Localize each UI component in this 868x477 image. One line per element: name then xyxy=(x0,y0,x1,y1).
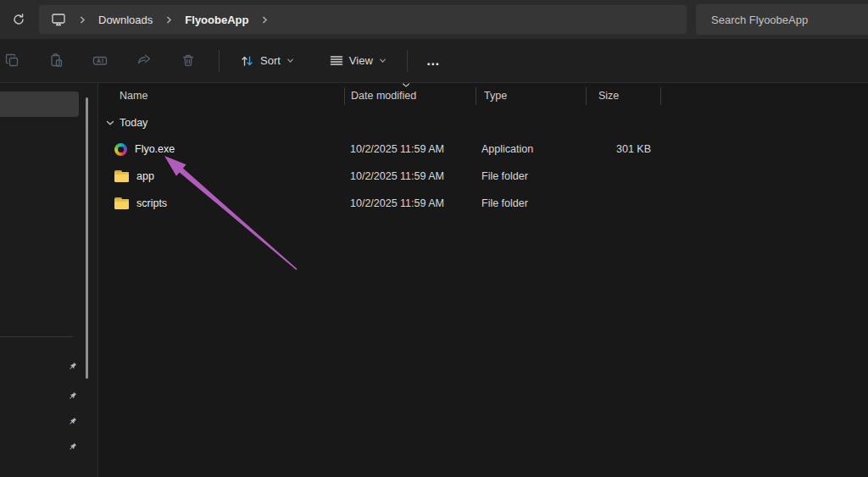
breadcrumb-item-downloads[interactable]: Downloads xyxy=(93,11,158,29)
file-row-app[interactable]: app 10/2/2025 11:59 AM File folder xyxy=(98,163,675,190)
copy-icon xyxy=(5,53,19,68)
view-label: View xyxy=(349,54,373,67)
chevron-right-icon xyxy=(73,16,92,24)
share-icon xyxy=(136,53,152,68)
file-size: 301 KB xyxy=(487,136,651,163)
delete-icon xyxy=(181,53,195,68)
sidebar-divider xyxy=(0,336,73,337)
file-name: app xyxy=(136,170,154,182)
file-date-modified: 10/2/2025 11:59 AM xyxy=(350,163,444,190)
sidebar-pinned-item[interactable] xyxy=(61,357,83,377)
chevron-down-icon xyxy=(287,57,294,64)
file-size xyxy=(487,163,651,190)
column-separator[interactable] xyxy=(586,87,587,105)
chevron-down-icon xyxy=(379,57,387,64)
navigation-bar: Downloads FlyoobeApp Search FlyoobeApp xyxy=(0,0,868,39)
sort-dropdown[interactable]: Sort xyxy=(231,47,303,75)
breadcrumb-item-flyoobeapp[interactable]: FlyoobeApp xyxy=(180,11,253,29)
folder-icon xyxy=(114,197,129,209)
refresh-button[interactable] xyxy=(3,5,34,34)
refresh-icon xyxy=(12,13,25,26)
column-header-type[interactable]: Type xyxy=(484,83,507,108)
paste-button[interactable] xyxy=(39,46,73,76)
folder-icon xyxy=(114,170,129,182)
sidebar-selected-item[interactable] xyxy=(0,92,79,117)
file-list: Name Date modified Type Size Today Flyo.… xyxy=(98,83,868,477)
search-input[interactable]: Search FlyoobeApp xyxy=(696,4,868,35)
sort-label: Sort xyxy=(260,54,281,67)
pin-icon xyxy=(67,417,77,427)
file-row-flyo-exe[interactable]: Flyo.exe 10/2/2025 11:59 AM Application … xyxy=(98,136,675,163)
rename-icon xyxy=(92,53,108,68)
chevron-right-icon xyxy=(255,16,274,24)
command-toolbar: Sort View … xyxy=(0,39,868,83)
column-separator[interactable] xyxy=(344,87,345,105)
view-dropdown[interactable]: View xyxy=(321,47,395,74)
paste-icon xyxy=(49,53,64,68)
toolbar-separator xyxy=(219,50,220,72)
sidebar-pinned-item[interactable] xyxy=(61,386,83,407)
column-headers: Name Date modified Type Size xyxy=(98,83,868,108)
sort-direction-icon xyxy=(402,82,410,88)
file-row-scripts[interactable]: scripts 10/2/2025 11:59 AM File folder xyxy=(98,190,675,217)
file-name: scripts xyxy=(136,197,167,209)
flyo-app-icon xyxy=(114,143,127,156)
chevron-right-icon xyxy=(159,16,178,24)
group-label: Today xyxy=(120,117,147,129)
delete-button[interactable] xyxy=(171,46,205,76)
view-layout-icon xyxy=(330,55,343,67)
pin-icon xyxy=(67,391,77,402)
chevron-down-icon xyxy=(106,119,114,126)
see-more-button[interactable]: … xyxy=(415,47,453,75)
sidebar-pinned-item[interactable] xyxy=(61,437,83,458)
column-header-name[interactable]: Name xyxy=(120,83,147,108)
file-name: Flyo.exe xyxy=(135,143,175,155)
this-pc-monitor-icon xyxy=(51,13,66,26)
column-separator[interactable] xyxy=(476,87,476,105)
pin-icon xyxy=(67,442,77,452)
rename-button[interactable] xyxy=(83,46,117,76)
pin-icon xyxy=(67,362,77,372)
file-date-modified: 10/2/2025 11:59 AM xyxy=(350,190,444,217)
sidebar-pinned-item[interactable] xyxy=(61,412,83,432)
toolbar-separator xyxy=(407,50,408,72)
column-header-size[interactable]: Size xyxy=(598,83,619,108)
search-placeholder: Search FlyoobeApp xyxy=(711,14,808,26)
column-separator[interactable] xyxy=(660,87,661,105)
navigation-pane xyxy=(0,83,97,477)
copy-button[interactable] xyxy=(0,46,29,76)
file-size xyxy=(487,190,651,217)
breadcrumb[interactable]: Downloads FlyoobeApp xyxy=(39,5,687,34)
sidebar-scrollbar[interactable] xyxy=(86,97,88,379)
sort-arrows-icon xyxy=(240,54,254,68)
file-explorer-window: Downloads FlyoobeApp Search FlyoobeApp xyxy=(0,0,868,477)
share-button[interactable] xyxy=(127,46,161,76)
group-header-today[interactable]: Today xyxy=(98,114,147,132)
file-date-modified: 10/2/2025 11:59 AM xyxy=(350,136,444,163)
